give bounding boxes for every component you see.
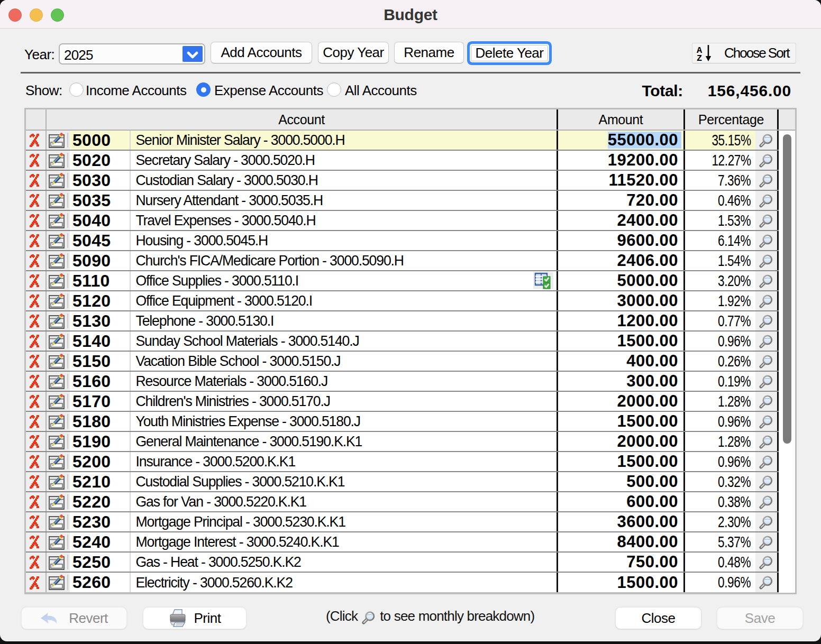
svg-text:Z: Z: [697, 53, 702, 63]
